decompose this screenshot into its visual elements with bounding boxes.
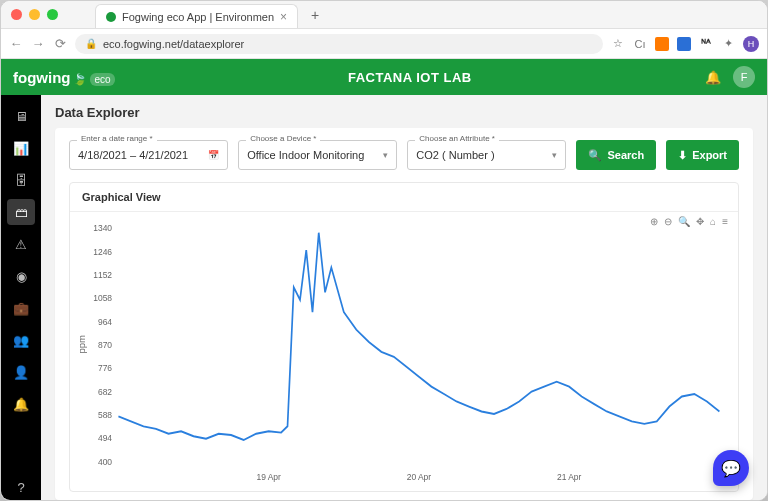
date-range-value: 4/18/2021 – 4/21/2021 xyxy=(78,149,188,161)
page-title: Data Explorer xyxy=(55,105,753,120)
chart-tool-home-icon[interactable]: ⌂ xyxy=(710,216,716,227)
chart-tool-pan-icon[interactable]: ✥ xyxy=(696,216,704,227)
chevron-down-icon[interactable]: ▾ xyxy=(552,150,557,160)
date-range-label: Enter a date range * xyxy=(77,134,157,143)
sidebar-item-assets[interactable]: 💼 xyxy=(7,295,35,321)
minimize-window-button[interactable] xyxy=(29,9,40,20)
extensions-menu-icon[interactable]: ✦ xyxy=(721,37,735,51)
svg-text:ppm: ppm xyxy=(77,335,86,353)
export-button[interactable]: ⬇ Export xyxy=(666,140,739,170)
calendar-icon[interactable]: 📅 xyxy=(208,150,219,160)
browser-tab[interactable]: Fogwing eco App | Environmen × xyxy=(95,4,298,28)
org-title: FACTANA IOT LAB xyxy=(115,70,705,85)
search-button[interactable]: 🔍 Search xyxy=(576,140,656,170)
address-bar[interactable]: 🔒 eco.fogwing.net/dataexplorer xyxy=(75,34,603,54)
maximize-window-button[interactable] xyxy=(47,9,58,20)
search-button-label: Search xyxy=(607,149,644,161)
reload-button[interactable]: ⟳ xyxy=(53,36,67,51)
sidebar: 🖥 📊 🗄 🗃 ⚠ ◉ 💼 👥 👤 🔔 ? xyxy=(1,95,41,500)
extensions-area: ☆ Cı ᴺᴬ ✦ H xyxy=(611,36,759,52)
svg-text:776: 776 xyxy=(98,363,112,374)
chart-tool-minus-icon[interactable]: ⊖ xyxy=(664,216,672,227)
logo-text: fogwing xyxy=(13,69,70,86)
filter-bar: Enter a date range * 4/18/2021 – 4/21/20… xyxy=(69,140,739,170)
logo-eco: eco xyxy=(90,73,114,86)
app-header: fogwing 🍃 eco FACTANA IOT LAB 🔔 F xyxy=(1,59,767,95)
profile-avatar[interactable]: H xyxy=(743,36,759,52)
chart-svg: 4004945886827768709641058115212461340ppm… xyxy=(74,216,730,487)
svg-text:870: 870 xyxy=(98,340,112,351)
sidebar-item-account[interactable]: 👤 xyxy=(7,359,35,385)
sidebar-item-analytics[interactable]: 📊 xyxy=(7,135,35,161)
svg-text:19 Apr: 19 Apr xyxy=(256,472,280,483)
chat-fab[interactable]: 💬 xyxy=(713,450,749,486)
sidebar-item-network[interactable]: ◉ xyxy=(7,263,35,289)
device-field[interactable]: Choose a Device * Office Indoor Monitori… xyxy=(238,140,397,170)
svg-text:1058: 1058 xyxy=(93,293,112,304)
forward-button[interactable]: → xyxy=(31,36,45,51)
close-tab-icon[interactable]: × xyxy=(280,10,287,24)
chart-title: Graphical View xyxy=(70,183,738,212)
chart-body: ⊕ ⊖ 🔍 ✥ ⌂ ≡ 4004945886827768709641058115… xyxy=(70,212,738,491)
sidebar-item-users[interactable]: 👥 xyxy=(7,327,35,353)
lock-icon: 🔒 xyxy=(85,38,97,49)
tab-title: Fogwing eco App | Environmen xyxy=(122,11,274,23)
new-tab-button[interactable]: + xyxy=(311,7,319,23)
chart-card: Graphical View ⊕ ⊖ 🔍 ✥ ⌂ ≡ 4004945886827… xyxy=(69,182,739,492)
svg-text:964: 964 xyxy=(98,316,112,327)
star-icon[interactable]: ☆ xyxy=(611,37,625,51)
tab-favicon xyxy=(106,12,116,22)
svg-text:20 Apr: 20 Apr xyxy=(407,472,431,483)
svg-text:1246: 1246 xyxy=(93,246,112,257)
extension-na-icon[interactable]: ᴺᴬ xyxy=(699,37,713,51)
svg-text:400: 400 xyxy=(98,456,112,467)
sidebar-item-devices[interactable]: 🗄 xyxy=(7,167,35,193)
svg-text:1340: 1340 xyxy=(93,223,112,234)
svg-text:21 Apr: 21 Apr xyxy=(557,472,581,483)
notifications-icon[interactable]: 🔔 xyxy=(705,70,721,85)
leaf-icon: 🍃 xyxy=(73,73,87,86)
date-range-field[interactable]: Enter a date range * 4/18/2021 – 4/21/20… xyxy=(69,140,228,170)
sidebar-item-data-explorer[interactable]: 🗃 xyxy=(7,199,35,225)
export-button-label: Export xyxy=(692,149,727,161)
chart-tool-plus-icon[interactable]: ⊕ xyxy=(650,216,658,227)
svg-text:588: 588 xyxy=(98,410,112,421)
chart-tool-zoom-icon[interactable]: 🔍 xyxy=(678,216,690,227)
attribute-value: CO2 ( Number ) xyxy=(416,149,494,161)
attribute-label: Choose an Attribute * xyxy=(415,134,499,143)
browser-toolbar: ← → ⟳ 🔒 eco.fogwing.net/dataexplorer ☆ C… xyxy=(1,29,767,59)
extension-ci-icon[interactable]: Cı xyxy=(633,37,647,51)
main-content: Data Explorer Enter a date range * 4/18/… xyxy=(41,95,767,500)
search-icon: 🔍 xyxy=(588,149,602,162)
sidebar-item-alerts[interactable]: ⚠ xyxy=(7,231,35,257)
svg-text:1152: 1152 xyxy=(93,270,112,281)
extension-blue-icon[interactable] xyxy=(677,37,691,51)
extension-orange-icon[interactable] xyxy=(655,37,669,51)
window-titlebar: Fogwing eco App | Environmen × + xyxy=(1,1,767,29)
url-text: eco.fogwing.net/dataexplorer xyxy=(103,38,244,50)
sidebar-item-help[interactable]: ? xyxy=(7,474,35,500)
download-icon: ⬇ xyxy=(678,149,687,162)
sidebar-item-dashboard[interactable]: 🖥 xyxy=(7,103,35,129)
attribute-field[interactable]: Choose an Attribute * CO2 ( Number ) ▾ xyxy=(407,140,566,170)
device-label: Choose a Device * xyxy=(246,134,320,143)
back-button[interactable]: ← xyxy=(9,36,23,51)
chevron-down-icon[interactable]: ▾ xyxy=(383,150,388,160)
close-window-button[interactable] xyxy=(11,9,22,20)
user-avatar[interactable]: F xyxy=(733,66,755,88)
chart-tool-menu-icon[interactable]: ≡ xyxy=(722,216,728,227)
chart-toolbar: ⊕ ⊖ 🔍 ✥ ⌂ ≡ xyxy=(650,216,728,227)
device-value: Office Indoor Monitoring xyxy=(247,149,364,161)
svg-text:682: 682 xyxy=(98,386,112,397)
sidebar-item-notifications[interactable]: 🔔 xyxy=(7,391,35,417)
svg-text:494: 494 xyxy=(98,433,112,444)
app-logo[interactable]: fogwing 🍃 eco xyxy=(13,69,115,86)
panel: Enter a date range * 4/18/2021 – 4/21/20… xyxy=(55,128,753,500)
chat-icon: 💬 xyxy=(721,459,741,478)
